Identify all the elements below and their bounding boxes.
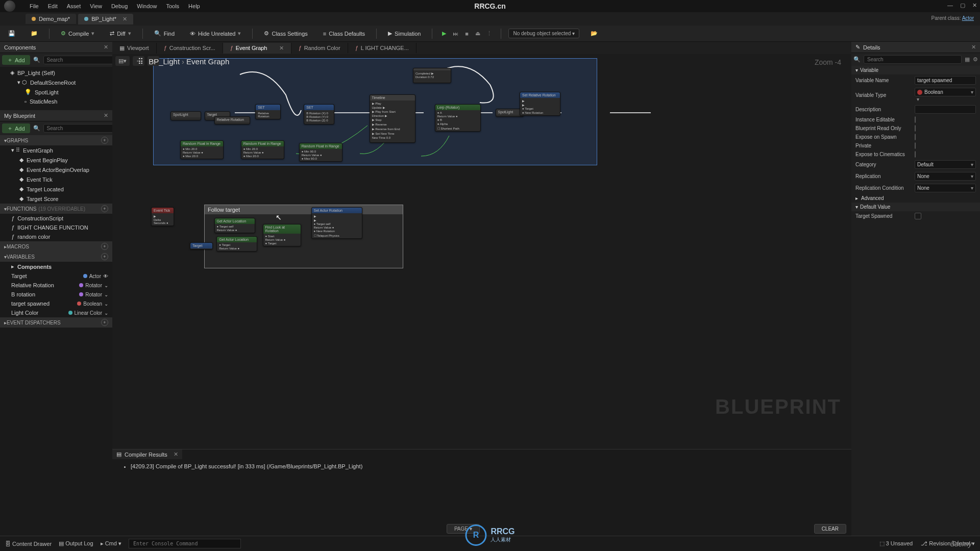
var-lightcolor[interactable]: Light ColorLinear Color ⌄ xyxy=(0,308,112,317)
bp-node[interactable]: Random Float in Range● Min 90.0Return Va… xyxy=(299,143,342,162)
checkbox[interactable] xyxy=(915,213,921,219)
play-options-icon[interactable]: ⋮ xyxy=(484,29,494,38)
components-search-input[interactable] xyxy=(43,56,115,64)
function-lightchange[interactable]: ƒ lIGHT CHANGE FUNCTION xyxy=(0,223,112,232)
event-tick[interactable]: ◆ Event Tick xyxy=(0,174,112,184)
section-variables[interactable]: ▾ VARIABLES+ xyxy=(0,252,112,262)
simulation-button[interactable]: ▶Simulation xyxy=(384,29,425,38)
detail-type-select[interactable]: Boolean▾ xyxy=(915,88,976,96)
bp-node[interactable]: Event Tick▶Delta Seconds ● xyxy=(151,207,174,226)
event-beginplay[interactable]: ◆ Event BeginPlay xyxy=(0,155,112,165)
bp-node[interactable]: Find Look at Rotation● StartReturn Value… xyxy=(263,224,301,246)
cmd-dropdown[interactable]: ▸ Cmd ▾ xyxy=(101,540,121,547)
bp-node[interactable]: Lerp (Rotator)● AReturn Value ●● B● Alph… xyxy=(435,104,481,132)
find-button[interactable]: 🔍Find xyxy=(150,29,179,38)
detail-input[interactable] xyxy=(915,76,976,85)
file-tab-demo-map[interactable]: Demo_map* xyxy=(26,14,76,24)
bp-node[interactable]: Set Actor Rotation▶▶● Target selfReturn … xyxy=(311,207,362,239)
gear-icon[interactable]: ⚙ xyxy=(973,56,978,63)
details-group-variable[interactable]: ▾ Variable xyxy=(851,66,980,74)
checkbox[interactable] xyxy=(915,125,916,132)
bp-node[interactable]: Random Float in Range● Min 20.0Return Va… xyxy=(180,140,224,159)
bp-node[interactable]: SpotLight xyxy=(170,111,201,120)
class-settings-button[interactable]: ⚙Class Settings xyxy=(260,29,311,38)
close-icon[interactable]: ✕ xyxy=(972,2,977,9)
class-defaults-button[interactable]: ≡Class Defaults xyxy=(319,29,369,38)
console-input[interactable] xyxy=(129,539,241,548)
var-targetspawned[interactable]: target spawnedBoolean ⌄ xyxy=(0,299,112,308)
add-blueprint-button[interactable]: ＋Add xyxy=(2,123,30,133)
checkbox[interactable] xyxy=(915,151,916,158)
maximize-icon[interactable]: ▢ xyxy=(960,2,965,9)
menu-tools[interactable]: Tools xyxy=(166,3,179,9)
step-button[interactable]: ⏭ xyxy=(451,29,460,38)
bp-node[interactable]: SETB Rotation (X) 0B Rotation (Y) 0B Rot… xyxy=(304,104,334,124)
eject-button[interactable]: ⏏ xyxy=(473,29,482,38)
unsaved-indicator[interactable]: ⬚ 3 Unsaved xyxy=(879,540,913,547)
var-relrot[interactable]: Relative RotationRotator ⌄ xyxy=(0,281,112,290)
bp-node[interactable]: Random Float in Range● Min 20.0Return Va… xyxy=(241,140,284,159)
locate-debug-button[interactable]: 📂 xyxy=(586,29,602,38)
add-macro-icon[interactable]: + xyxy=(101,243,108,250)
panel-close-icon[interactable]: ✕ xyxy=(971,44,976,51)
bp-node[interactable]: SETRelative Rotation xyxy=(255,104,281,119)
component-staticmesh[interactable]: ▫ StaticMesh xyxy=(0,97,112,106)
var-brot[interactable]: B rotationRotator ⌄ xyxy=(0,290,112,299)
function-randomcolor[interactable]: ƒ random color xyxy=(0,232,112,241)
detail-input[interactable] xyxy=(915,105,976,114)
graph-eventgraph[interactable]: ▾ ⠿ EventGraph xyxy=(0,145,112,155)
compiler-results-tab[interactable]: ▤ Compiler Results ✕ xyxy=(112,449,182,459)
section-dispatchers[interactable]: ▸ EVENT DISPATCHERS+ xyxy=(0,317,112,328)
myblueprint-search-input[interactable] xyxy=(43,124,115,133)
checkbox[interactable] xyxy=(915,134,916,140)
detail-select[interactable]: None▾ xyxy=(915,184,976,192)
filter-icon[interactable]: ▦ xyxy=(965,56,970,63)
tab-randomcolor[interactable]: ƒRandom Color xyxy=(291,43,348,53)
menu-window[interactable]: Window xyxy=(137,3,157,9)
tab-close-icon[interactable]: ✕ xyxy=(122,16,127,22)
menu-file[interactable]: File xyxy=(30,3,39,9)
bp-node[interactable]: Target xyxy=(190,242,213,249)
panel-close-icon[interactable]: ✕ xyxy=(104,44,108,51)
menu-edit[interactable]: Edit xyxy=(48,3,58,9)
parent-class-link[interactable]: Actor xyxy=(962,15,974,21)
tab-lightchange[interactable]: ƒL IGHT CHANGE... xyxy=(348,43,416,53)
section-functions[interactable]: ▾ FUNCTIONS (19 OVERRIDABLE)+ xyxy=(0,204,112,214)
section-macros[interactable]: ▸ MACROS+ xyxy=(0,241,112,252)
tab-close-icon[interactable]: ✕ xyxy=(279,45,284,52)
bp-node[interactable]: Completed ▶Duration 0.72 xyxy=(413,68,451,83)
add-graph-icon[interactable]: + xyxy=(101,137,108,144)
var-target[interactable]: TargetActor 👁 xyxy=(0,271,112,281)
breadcrumb[interactable]: ⠿ BP_Light›Event Graph xyxy=(138,57,229,66)
panel-close-icon[interactable]: ✕ xyxy=(104,112,108,119)
event-beginoverlap[interactable]: ◆ Event ActorBeginOverlap xyxy=(0,165,112,174)
menu-view[interactable]: View xyxy=(90,3,102,9)
component-root[interactable]: ▾ ⬡ DefaultSceneRoot xyxy=(0,78,112,87)
bp-node[interactable]: Relative Rotation xyxy=(214,116,250,124)
bp-node[interactable]: Get Actor Location● Target selfReturn Va… xyxy=(214,218,255,233)
output-log-button[interactable]: ▤ Output Log xyxy=(59,540,93,547)
var-header-components[interactable]: ▸ Components xyxy=(0,262,112,271)
details-search-input[interactable] xyxy=(864,55,962,64)
menu-help[interactable]: Help xyxy=(188,3,200,9)
file-tab-bp-light[interactable]: BP_Light* ✕ xyxy=(78,14,133,24)
tab-construction[interactable]: ƒConstruction Scr... xyxy=(157,43,223,53)
checkbox[interactable] xyxy=(915,142,916,149)
bp-node[interactable]: Set Relative Rotation▶▶● Target● New Rot… xyxy=(520,92,560,116)
compiler-clear-button[interactable]: CLEAR xyxy=(814,524,846,534)
browse-button[interactable]: 📁 xyxy=(27,29,42,38)
debug-object-select[interactable]: No debug object selected ▾ xyxy=(508,29,579,38)
event-targetlocated[interactable]: ◆ Target Located xyxy=(0,184,112,194)
add-variable-icon[interactable]: + xyxy=(101,253,108,260)
compile-button[interactable]: ⚙Compile▾ xyxy=(57,29,99,38)
details-advanced[interactable]: ▸ Advanced xyxy=(851,194,980,203)
diff-button[interactable]: ⇄Diff▾ xyxy=(106,29,135,38)
menu-debug[interactable]: Debug xyxy=(111,3,128,9)
section-graphs[interactable]: ▾ GRAPHS+ xyxy=(0,135,112,145)
save-button[interactable]: 💾 xyxy=(4,29,19,38)
details-group-default[interactable]: ▾ Default Value xyxy=(851,203,980,211)
minimize-icon[interactable]: — xyxy=(947,2,953,9)
detail-select[interactable]: Default▾ xyxy=(915,160,976,169)
add-component-button[interactable]: ＋Add xyxy=(2,55,30,65)
detail-select[interactable]: None▾ xyxy=(915,172,976,181)
